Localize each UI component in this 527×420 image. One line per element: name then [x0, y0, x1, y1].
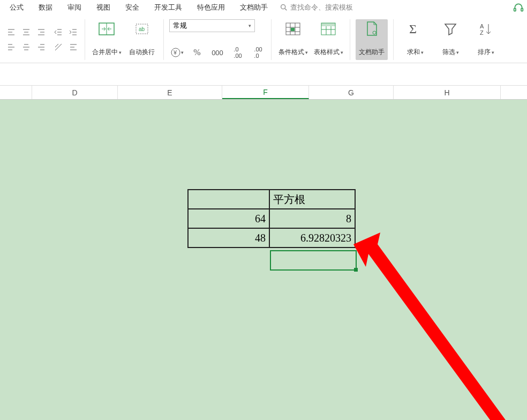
cell[interactable]: 6.92820323 [269, 228, 355, 248]
svg-rect-46 [321, 23, 335, 26]
search-placeholder: 查找命令、搜索模板 [290, 3, 353, 12]
align-bottom-right[interactable] [35, 41, 47, 53]
wrap-text-button[interactable]: ab 自动换行 [126, 19, 158, 60]
doc-helper-button[interactable]: 文档助手 [356, 19, 388, 60]
table-row: 64 8 [188, 209, 355, 228]
align-bottom-center[interactable] [20, 41, 32, 53]
helper-group: 文档助手 [350, 19, 394, 60]
table-row: 平方根 [188, 190, 355, 209]
rtl-text[interactable] [67, 41, 79, 53]
svg-line-29 [55, 44, 58, 47]
col-header-blank[interactable] [0, 86, 32, 99]
svg-text:¥: ¥ [173, 49, 177, 56]
cell[interactable]: 8 [269, 209, 355, 228]
svg-marker-55 [353, 232, 514, 420]
menu-view[interactable]: 视图 [89, 1, 118, 14]
styles-group: 条件格式▾ 表格样式▾ [272, 19, 350, 60]
number-format-select[interactable]: 常规 ▾ [169, 19, 255, 32]
cell[interactable] [188, 190, 269, 209]
svg-text:Z: Z [480, 29, 484, 36]
menu-data[interactable]: 数据 [31, 1, 60, 14]
svg-rect-3 [521, 9, 523, 11]
svg-line-1 [285, 9, 287, 10]
sigma-icon: Σ [406, 20, 424, 38]
align-bottom-left[interactable] [5, 41, 17, 53]
active-cell-cursor [270, 250, 357, 271]
sum-button[interactable]: Σ 求和▾ [399, 19, 431, 60]
menu-security[interactable]: 安全 [118, 1, 147, 14]
menu-special[interactable]: 特色应用 [190, 1, 232, 14]
svg-text:ab: ab [139, 26, 145, 32]
sort-icon: AZ [477, 20, 494, 38]
cell-header-f[interactable]: 平方根 [269, 190, 355, 209]
annotation-arrow [343, 228, 525, 420]
align-group [0, 19, 85, 60]
chevron-down-icon: ▾ [119, 50, 122, 55]
menu-review[interactable]: 审阅 [60, 1, 89, 14]
menu-bar: 公式 数据 审阅 视图 安全 开发工具 特色应用 文档助手 查找命令、搜索模板 [0, 0, 527, 15]
svg-rect-2 [514, 9, 516, 11]
svg-text:Σ: Σ [409, 22, 417, 36]
ribbon: 合并居中▾ ab 自动换行 常规 ▾ ¥▾ % 000 .0.00 .00.0 … [0, 15, 527, 63]
increase-decimal[interactable]: .0.00 [230, 45, 245, 60]
decrease-decimal[interactable]: .00.0 [251, 45, 266, 60]
col-header-g[interactable]: G [309, 86, 394, 99]
chevron-down-icon: ▾ [249, 23, 251, 28]
merge-center-button[interactable]: 合并居中▾ [91, 19, 123, 60]
svg-text:A: A [480, 23, 484, 29]
menu-dochelper[interactable]: 文档助手 [232, 1, 275, 14]
wrap-icon: ab [133, 20, 150, 38]
search-box[interactable]: 查找命令、搜索模板 [280, 3, 353, 12]
cond-format-icon [284, 20, 302, 38]
currency-button[interactable]: ¥▾ [169, 45, 184, 60]
merge-icon [98, 20, 115, 38]
column-headers: D E F G H [0, 86, 527, 100]
align-top-center[interactable] [20, 26, 32, 38]
cell[interactable]: 48 [188, 228, 269, 248]
table-row: 48 6.92820323 [188, 228, 355, 248]
col-header-h[interactable]: H [394, 86, 501, 99]
align-top-left[interactable] [5, 26, 17, 38]
menu-devtools[interactable]: 开发工具 [147, 1, 190, 14]
editing-group: Σ 求和▾ 筛选▾ AZ 排序▾ [394, 19, 507, 60]
data-table: 平方根 64 8 48 6.92820323 [187, 189, 356, 248]
merge-group: 合并居中▾ ab 自动换行 [85, 19, 164, 60]
svg-rect-44 [291, 28, 295, 31]
search-icon [280, 3, 288, 12]
svg-point-50 [373, 31, 376, 34]
conditional-format-button[interactable]: 条件格式▾ [277, 19, 309, 60]
align-top-right[interactable] [35, 26, 47, 38]
filter-button[interactable]: 筛选▾ [434, 19, 466, 60]
doc-helper-icon [363, 20, 380, 38]
spreadsheet-area[interactable]: 平方根 64 8 48 6.92820323 [0, 100, 527, 420]
col-header-e[interactable]: E [118, 86, 222, 99]
table-style-icon [320, 20, 337, 38]
headset-icon[interactable] [513, 2, 524, 13]
indent-decrease[interactable] [52, 26, 64, 38]
col-header-f[interactable]: F [222, 86, 309, 99]
sort-button[interactable]: AZ 排序▾ [470, 19, 502, 60]
funnel-icon [442, 20, 459, 38]
indent-increase[interactable] [67, 26, 79, 38]
orientation[interactable] [52, 41, 64, 53]
table-style-button[interactable]: 表格样式▾ [312, 19, 344, 60]
menu-formula[interactable]: 公式 [2, 1, 31, 14]
comma-button[interactable]: 000 [210, 45, 225, 60]
number-format-group: 常规 ▾ ¥▾ % 000 .0.00 .00.0 [164, 19, 272, 60]
cell[interactable]: 64 [188, 209, 269, 228]
percent-button[interactable]: % [190, 45, 205, 60]
col-header-d[interactable]: D [32, 86, 118, 99]
formula-bar-area[interactable] [0, 63, 527, 86]
svg-point-0 [281, 5, 285, 9]
svg-line-28 [55, 44, 62, 50]
